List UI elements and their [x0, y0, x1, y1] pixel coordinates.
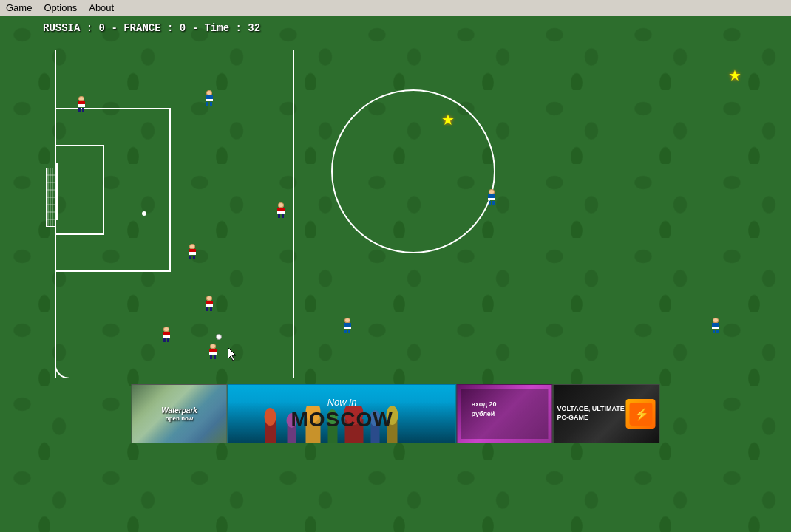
score-display: RUSSIA : 0 - FRANCE : 0 - Time : 32: [43, 22, 260, 34]
menubar: Game Options About: [0, 0, 791, 16]
svg-rect-1: [55, 109, 170, 271]
football-pitch: [55, 50, 532, 378]
svg-point-4: [142, 211, 146, 216]
ad-voltage[interactable]: VOLTAGE, ULTIMATE PC-GAME ⚡: [553, 384, 660, 443]
player-russia-6: [277, 202, 285, 218]
game-area: RUSSIA : 0 - FRANCE : 0 - Time : 32: [0, 16, 791, 532]
ad-moscow[interactable]: Now in MOSCOW: [228, 384, 457, 443]
svg-marker-21: [228, 347, 236, 361]
ad-banner: Waterpark open now: [132, 384, 660, 443]
ad-voltage-text: VOLTAGE, ULTIMATE PC-GAME: [557, 405, 625, 422]
ad-waterpark[interactable]: Waterpark open now: [132, 384, 228, 443]
svg-text:вход 20: вход 20: [472, 400, 497, 408]
ad-waterpark-text: Waterpark open now: [161, 406, 197, 422]
ad-voltage-icon: ⚡: [626, 399, 656, 429]
player-russia-4: [163, 327, 170, 342]
cursor: [228, 347, 238, 364]
menu-options[interactable]: Options: [38, 1, 83, 15]
ad-russian[interactable]: вход 20 рублей: [457, 384, 553, 443]
svg-rect-2: [55, 146, 103, 234]
ad-moscow-text: Now in MOSCOW: [291, 397, 393, 432]
svg-point-23: [265, 408, 276, 426]
svg-text:⚡: ⚡: [634, 407, 648, 421]
player-russia-2: [189, 244, 196, 259]
player-france-1: [206, 90, 213, 106]
menu-about[interactable]: About: [83, 1, 120, 15]
football: [216, 334, 222, 340]
player-russia-5: [209, 344, 217, 359]
player-russia-3: [206, 296, 213, 311]
menu-game[interactable]: Game: [0, 1, 38, 15]
player-france-2: [344, 318, 351, 333]
player-france-3: [488, 189, 495, 205]
star-2: ★: [728, 66, 741, 84]
svg-point-7: [332, 90, 495, 253]
star-1: ★: [441, 111, 455, 129]
player-france-4: [712, 318, 719, 333]
svg-text:рублей: рублей: [472, 410, 495, 417]
player-russia-1: [78, 96, 85, 112]
left-goalpost: [46, 168, 56, 227]
